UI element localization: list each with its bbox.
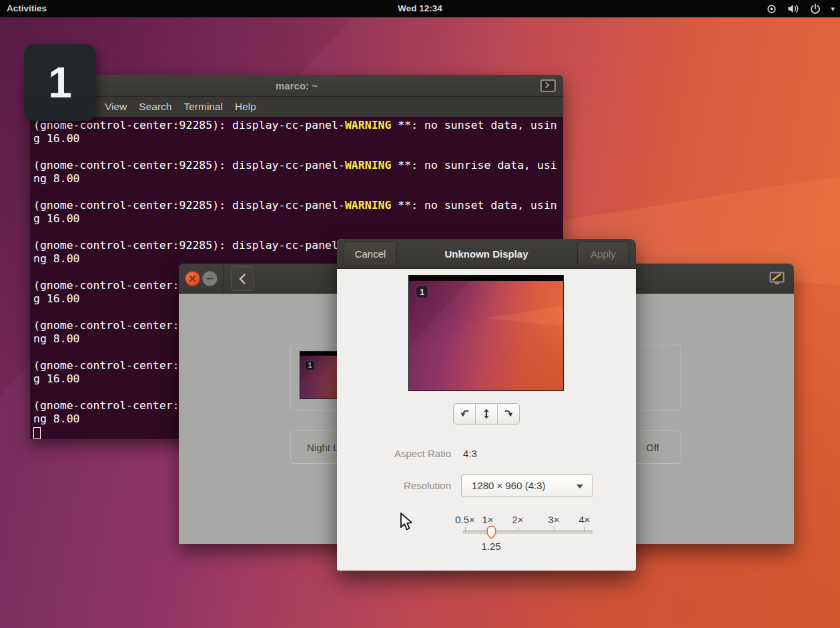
display-number-badge: 1 xyxy=(305,360,315,370)
terminal-line: (gnome-control-center:92285): display-cc… xyxy=(33,159,563,172)
rotate-clockwise-icon xyxy=(503,408,514,419)
terminal-menu-help[interactable]: Help xyxy=(235,101,256,113)
rotate-counterclockwise-icon xyxy=(459,408,470,419)
chevron-down-icon: ▾ xyxy=(831,5,835,13)
top-bar: Activities Wed 12:34 ▾ xyxy=(0,0,840,17)
scale-current-value: 1.25 xyxy=(481,541,500,552)
scale-slider: 1.25 0.5×1×2×3×4× xyxy=(337,514,636,561)
activities-button[interactable]: Activities xyxy=(7,0,47,17)
system-status-area[interactable]: ▾ xyxy=(766,0,835,17)
terminal-line xyxy=(33,145,563,159)
warning-tag: WARNING xyxy=(345,159,392,172)
resolution-value: 1280 × 960 (4:3) xyxy=(472,480,546,491)
terminal-line xyxy=(33,226,563,239)
flip-vertical-icon xyxy=(482,408,491,419)
terminal-titlebar[interactable]: marco: ~ xyxy=(30,75,563,97)
scale-tick xyxy=(488,527,488,531)
scale-slider-track[interactable] xyxy=(463,531,592,534)
scale-tick xyxy=(518,527,518,531)
minimize-button[interactable] xyxy=(202,271,218,286)
terminal-menu-view[interactable]: View xyxy=(105,101,127,113)
terminal-title: marco: ~ xyxy=(30,75,563,97)
power-icon xyxy=(810,3,821,15)
chevron-down-icon xyxy=(576,485,583,489)
header-separator xyxy=(223,264,224,294)
back-icon xyxy=(238,273,246,285)
close-icon xyxy=(185,272,199,286)
clock[interactable]: Wed 12:34 xyxy=(398,0,442,17)
terminal-line: ng 8.00 xyxy=(33,172,563,186)
preview-number-badge: 1 xyxy=(416,286,428,298)
scale-tick xyxy=(465,527,466,531)
scale-option-3x[interactable]: 3× xyxy=(548,514,559,525)
display-id-number: 1 xyxy=(48,58,72,107)
volume-icon xyxy=(787,3,800,14)
resolution-dropdown[interactable]: 1280 × 960 (4:3) xyxy=(461,475,593,497)
scale-tick xyxy=(584,527,585,531)
flip-vertical-button[interactable] xyxy=(475,404,497,424)
rotate-clockwise-button[interactable] xyxy=(497,404,519,424)
terminal-line xyxy=(33,186,563,199)
close-button[interactable] xyxy=(185,271,200,286)
cancel-button[interactable]: Cancel xyxy=(344,242,397,266)
warning-tag: WARNING xyxy=(345,119,392,131)
mouse-pointer xyxy=(399,512,415,532)
rotation-button-group xyxy=(453,403,520,424)
dialog-headerbar[interactable]: Cancel Unknown Display Apply xyxy=(337,239,636,269)
scale-option-4x[interactable]: 4× xyxy=(578,514,590,525)
minimize-icon xyxy=(203,272,217,286)
desktop: marco: ~ ViewSearchTerminalHelp (gnome-c… xyxy=(0,0,840,628)
screen-share-icon xyxy=(768,270,786,286)
warning-tag: WARNING xyxy=(345,199,392,212)
location-icon xyxy=(766,3,777,15)
terminal-menu-terminal[interactable]: Terminal xyxy=(183,101,223,113)
terminal-line: g 16.00 xyxy=(33,132,563,145)
night-light-status: Off xyxy=(646,442,659,453)
aspect-ratio-value: 4:3 xyxy=(463,448,477,459)
back-button[interactable] xyxy=(231,266,254,291)
scale-option-0.5x[interactable]: 0.5× xyxy=(455,514,475,525)
scale-tick xyxy=(554,527,554,531)
display-preview: 1 xyxy=(408,275,564,391)
rotate-counterclockwise-button[interactable] xyxy=(454,404,475,424)
scale-option-2x[interactable]: 2× xyxy=(512,514,523,525)
preview-topbar xyxy=(409,276,563,281)
apply-button[interactable]: Apply xyxy=(577,242,629,266)
display-settings-dialog[interactable]: Cancel Unknown Display Apply 1 xyxy=(337,239,636,571)
terminal-line: (gnome-control-center:92285): display-cc… xyxy=(33,119,563,132)
terminal-menubar: ViewSearchTerminalHelp xyxy=(30,97,563,117)
display-id-overlay: 1 xyxy=(24,44,96,121)
scale-option-1x[interactable]: 1× xyxy=(482,514,493,525)
terminal-menu-search[interactable]: Search xyxy=(139,101,171,113)
terminal-line: g 16.00 xyxy=(33,212,563,226)
aspect-ratio-label: Aspect Ratio xyxy=(337,448,451,459)
resolution-label: Resolution xyxy=(337,475,451,497)
terminal-cursor xyxy=(33,427,41,439)
terminal-line: (gnome-control-center:92285): display-cc… xyxy=(33,199,563,212)
terminal-app-icon xyxy=(540,79,556,92)
